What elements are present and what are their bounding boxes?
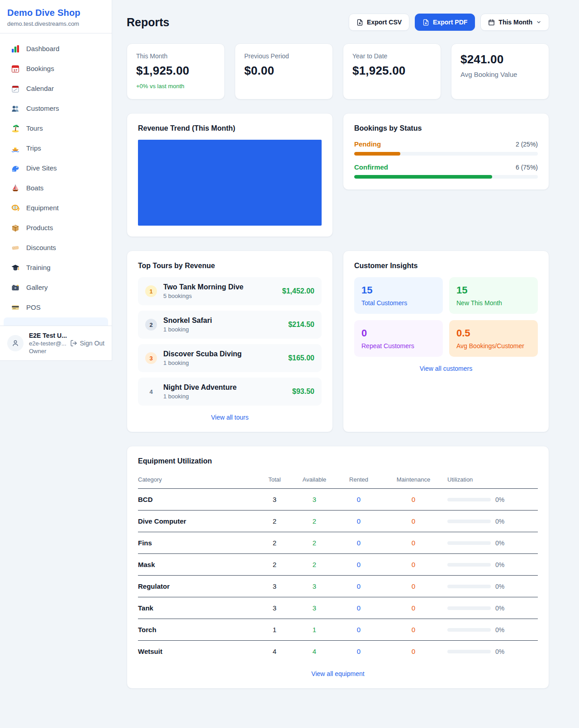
bookings-by-status-card: Bookings by Status Pending 2 (25%) Confi… [343,113,549,190]
progress-track [354,152,538,156]
utilization-percent: 0% [495,605,504,612]
equipment-maintenance: 0 [380,648,447,655]
sidebar-item-pos[interactable]: POS [4,298,108,317]
period-dropdown[interactable]: This Month [480,14,549,31]
table-row: Regulator 3 3 0 0 0% [138,576,538,597]
utilization-percent: 0% [495,583,504,590]
brand: Demo Dive Shop demo.test.divestreams.com [0,0,112,33]
equipment-rented: 0 [338,648,380,655]
equipment-maintenance: 0 [380,496,447,503]
equipment-category: Regulator [138,582,258,590]
bookings-by-status-title: Bookings by Status [354,124,538,132]
utilization-cell: 0% [447,496,538,503]
utilization-bar [447,628,491,632]
person-icon [11,339,19,347]
tour-bookings: 1 booking [163,393,237,400]
dive-sites-icon [11,164,20,173]
view-all-customers-link[interactable]: View all customers [354,365,538,372]
utilization-bar [447,541,491,545]
file-download-icon [356,19,363,26]
utilization-cell: 0% [447,583,538,590]
utilization-bar [447,498,491,501]
status-row-confirmed: Confirmed 6 (75%) [354,163,538,179]
sidebar-item-label: Boats [26,184,43,193]
sidebar-item-label: Equipment [26,203,59,213]
tour-bookings: 1 booking [163,326,212,333]
revenue-trend-chart [138,140,322,226]
export-csv-label: Export CSV [367,19,402,26]
table-row: Fins 2 2 0 0 0% [138,532,538,554]
top-tours-title: Top Tours by Revenue [138,262,322,270]
equipment-utilization-card: Equipment Utilization Category Total Ava… [127,446,549,689]
sidebar-item-training[interactable]: Training [4,258,108,278]
customer-insights-card: Customer Insights 15 Total Customers 15 … [343,251,549,432]
stat-card-year-to-date: Year to Date $1,925.00 [343,43,441,99]
equipment-available: 3 [291,604,338,612]
equipment-rented: 0 [338,561,380,568]
sidebar-item-label: Dive Sites [26,164,57,173]
tour-amount: $1,452.00 [282,287,314,295]
sidebar-item-products[interactable]: Products [4,218,108,238]
stat-cards: This Month $1,925.00 +0% vs last month P… [127,43,549,99]
sidebar-item-tours[interactable]: Tours [4,118,108,138]
sidebar-item-active-clipped[interactable] [4,317,108,326]
sidebar-item-label: Training [26,263,51,272]
sidebar-item-discounts[interactable]: Discounts [4,238,108,258]
equipment-total: 2 [258,517,291,525]
equipment-total: 4 [258,648,291,655]
stat-delta: +0% vs last month [136,83,215,90]
tour-amount: $214.50 [288,321,314,329]
sign-out-label: Sign Out [80,340,104,347]
tour-amount: $93.50 [292,388,314,396]
customer-insights-title: Customer Insights [354,262,538,270]
sidebar-item-customers[interactable]: Customers [4,99,108,118]
table-row: Torch 1 1 0 0 0% [138,619,538,641]
sidebar-item-label: Dashboard [26,44,59,53]
sidebar-item-label: Calendar [26,84,54,93]
equipment-category: Torch [138,626,258,633]
calendar-icon [488,19,495,26]
insight-value: 0.5 [456,327,531,339]
svg-text:17: 17 [14,68,17,72]
equipment-category: Dive Computer [138,517,258,525]
tour-bookings: 1 booking [163,359,242,366]
equipment-available: 3 [291,496,338,503]
avatar [7,335,24,351]
equipment-maintenance: 0 [380,582,447,590]
export-pdf-button[interactable]: Export PDF [415,14,475,31]
sign-out-button[interactable]: Sign Out [70,340,104,347]
utilization-cell: 0% [447,561,538,568]
table-row: Mask 2 2 0 0 0% [138,554,538,576]
sidebar-item-gallery[interactable]: Gallery [4,278,108,298]
insight-label: Avg Bookings/Customer [456,342,531,350]
sidebar-item-dashboard[interactable]: Dashboard [4,39,108,59]
view-all-equipment-link[interactable]: View all equipment [138,670,538,677]
view-all-tours-link[interactable]: View all tours [138,414,322,421]
sidebar-item-calendar[interactable]: Calendar [4,79,108,99]
dashboard-icon [11,44,20,53]
sidebar-item-boats[interactable]: Boats [4,178,108,198]
sidebar-item-dive-sites[interactable]: Dive Sites [4,158,108,178]
equipment-available: 2 [291,539,338,547]
equipment-maintenance: 0 [380,517,447,525]
user-role: Owner [29,348,65,355]
sidebar-item-bookings[interactable]: 17 Bookings [4,59,108,79]
sidebar-item-label: Trips [26,144,41,153]
equipment-category: Mask [138,561,258,568]
table-row: Tank 3 3 0 0 0% [138,597,538,619]
boats-icon [11,184,20,193]
sidebar-item-label: Discounts [26,243,56,252]
sidebar-item-label: Customers [26,104,59,113]
sidebar-nav: Dashboard 17 Bookings Calendar Customers… [0,33,112,326]
utilization-bar [447,520,491,523]
column-header: Utilization [447,476,538,483]
insight-tile-avg-bookings: 0.5 Avg Bookings/Customer [449,320,538,357]
tour-name: Two Tank Morning Dive [163,283,243,291]
revenue-trend-title: Revenue Trend (This Month) [138,124,322,132]
export-csv-button[interactable]: Export CSV [349,14,409,31]
sidebar-item-trips[interactable]: Trips [4,138,108,158]
sidebar-item-equipment[interactable]: Equipment [4,198,108,218]
insight-value: 0 [361,327,436,339]
utilization-bar [447,563,491,567]
utilization-percent: 0% [495,496,504,503]
